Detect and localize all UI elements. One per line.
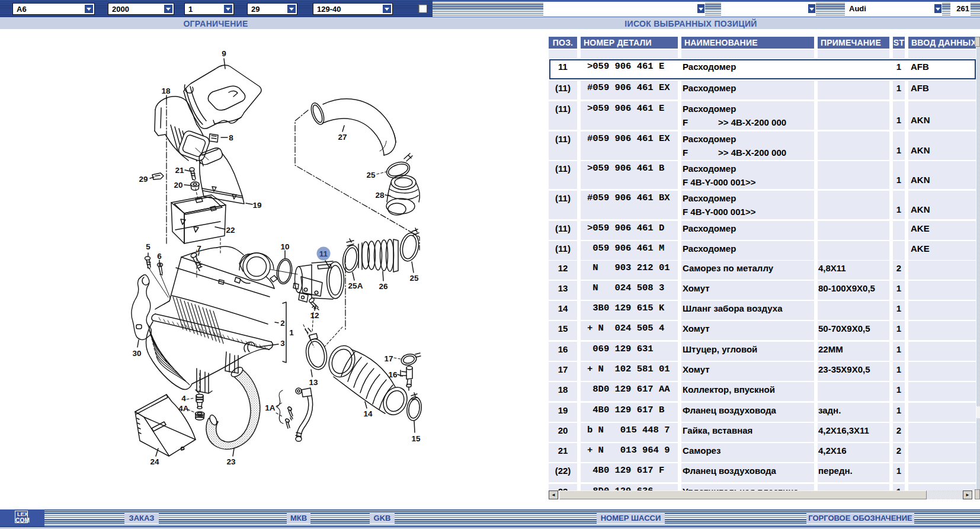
svg-text:23: 23 — [226, 457, 236, 466]
svg-text:29: 29 — [139, 175, 148, 184]
svg-text:10: 10 — [280, 242, 289, 251]
svg-text:3: 3 — [280, 339, 285, 348]
svg-text:5: 5 — [146, 242, 150, 251]
svg-text:26: 26 — [379, 282, 388, 291]
svg-text:4: 4 — [181, 394, 186, 403]
svg-text:25: 25 — [409, 274, 419, 283]
svg-text:4A: 4A — [178, 404, 189, 413]
svg-text:7: 7 — [197, 244, 201, 253]
svg-text:17: 17 — [384, 354, 393, 363]
svg-text:11: 11 — [319, 249, 328, 258]
svg-text:13: 13 — [309, 378, 318, 387]
svg-text:24: 24 — [150, 457, 159, 466]
svg-text:19: 19 — [252, 201, 261, 210]
svg-text:1A: 1A — [265, 403, 276, 412]
svg-text:25A: 25A — [348, 281, 363, 290]
svg-text:21: 21 — [175, 166, 184, 175]
svg-text:20: 20 — [174, 181, 182, 190]
svg-text:8: 8 — [229, 133, 233, 142]
svg-text:9: 9 — [222, 49, 226, 58]
svg-text:28: 28 — [375, 191, 385, 200]
svg-text:2: 2 — [280, 319, 285, 328]
svg-text:14: 14 — [363, 409, 373, 418]
svg-text:30: 30 — [132, 349, 141, 358]
svg-text:27: 27 — [338, 133, 347, 142]
svg-text:12: 12 — [310, 311, 319, 320]
svg-text:6: 6 — [157, 252, 162, 261]
svg-text:22: 22 — [226, 226, 235, 235]
svg-text:18: 18 — [161, 86, 171, 95]
svg-text:15: 15 — [411, 434, 421, 443]
svg-text:1: 1 — [289, 328, 294, 337]
svg-text:25: 25 — [366, 171, 376, 179]
svg-text:16: 16 — [388, 370, 398, 379]
